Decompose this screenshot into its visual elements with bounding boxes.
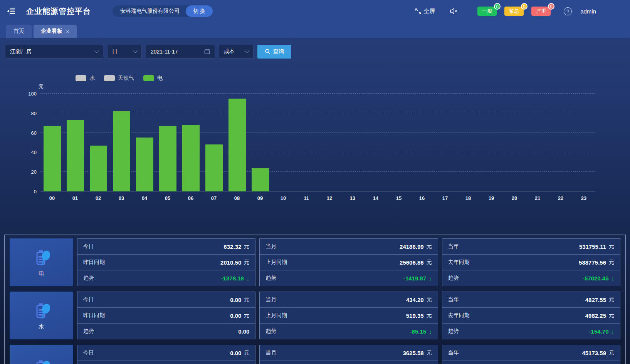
hour-slot-10: 10: [272, 94, 295, 191]
x-axis-label: 02: [87, 195, 110, 201]
hour-slot-08: 08: [225, 94, 249, 191]
bar-07: [205, 144, 223, 191]
cell-label: 当年: [448, 243, 459, 250]
hour-slot-22: 22: [549, 94, 572, 191]
bar-09: [252, 168, 269, 191]
collapse-menu-icon[interactable]: [5, 5, 17, 17]
x-axis-label: 13: [341, 195, 364, 201]
legend-item-电[interactable]: 电: [143, 75, 163, 82]
x-axis-label: 21: [526, 195, 549, 201]
tab-label: 企业看板: [41, 28, 62, 35]
alarm-badge-紧急[interactable]: 紧急0: [504, 7, 524, 16]
stat-cell: 趋势-154.70↓: [442, 324, 620, 339]
fullscreen-button[interactable]: 全屏: [415, 8, 435, 15]
cell-value: 531755.11: [579, 243, 606, 250]
y-axis-unit-label: 元: [39, 83, 44, 90]
query-button[interactable]: 查询: [257, 45, 291, 59]
mute-button[interactable]: [450, 8, 457, 15]
energy-platform-app: 企业能源管控平台 安科瑞电气股份有限公司 切 换 全屏: [0, 0, 630, 364]
stat-cell: 今日632.32元: [77, 239, 255, 255]
stat-cell: 趋势0.00: [77, 324, 255, 339]
trend-down-arrow-icon: ↓: [429, 328, 432, 335]
bar-08: [228, 99, 246, 191]
energy-type-card: [10, 345, 73, 364]
tab-close-icon[interactable]: ×: [66, 28, 69, 35]
query-button-label: 查询: [273, 48, 284, 55]
chevron-down-icon: [245, 49, 249, 53]
legend-swatch: [104, 75, 115, 81]
alarm-count-badge: 0: [494, 3, 501, 10]
cell-unit: 元: [244, 296, 249, 303]
metric-select-value: 成本: [224, 48, 235, 55]
cell-label: 去年同期: [448, 259, 470, 266]
period-select[interactable]: 日: [107, 45, 142, 59]
metric-select[interactable]: 成本: [219, 45, 254, 59]
cell-unit: 元: [609, 259, 614, 266]
app-header: 企业能源管控平台 安科瑞电气股份有限公司 切 换 全屏: [0, 0, 630, 22]
company-name: 安科瑞电气股份有限公司: [120, 8, 180, 15]
site-select[interactable]: 江阴厂房: [5, 45, 103, 59]
date-picker-value: 2021-11-17: [151, 49, 178, 55]
stat-cell: 上月同期519.35元: [260, 308, 437, 324]
help-icon[interactable]: ?: [564, 7, 572, 15]
stat-cell: 昨日同期0.00元: [77, 308, 255, 324]
bar-04: [136, 138, 153, 191]
alarm-badge-一般[interactable]: 一般0: [477, 7, 497, 16]
cell-unit: 元: [427, 296, 432, 303]
alarm-badge-严重[interactable]: 严重0: [531, 7, 551, 16]
x-axis-label: 22: [549, 195, 572, 201]
switch-company-button[interactable]: 切 换: [186, 5, 213, 17]
legend-label: 天然气: [118, 75, 134, 82]
alarm-count-badge: 0: [548, 3, 554, 10]
alarm-badge-label: 一般: [482, 8, 492, 15]
cell-value: 0.00: [238, 328, 249, 335]
tab-首页[interactable]: 首页: [6, 25, 32, 38]
x-axis-label: 16: [410, 195, 433, 201]
tab-label: 首页: [13, 28, 24, 35]
cell-value: 4827.55: [585, 297, 606, 303]
x-axis-label: 19: [480, 195, 503, 201]
cell-unit: 元: [609, 349, 614, 356]
stat-cell: 当月24186.99元: [260, 239, 437, 255]
hour-slot-03: 03: [110, 94, 133, 191]
cell-label: 昨日同期: [83, 312, 105, 319]
cell-label: 趋势: [448, 328, 459, 335]
cell-value: 2010.50: [220, 259, 241, 266]
hour-slot-17: 17: [433, 94, 457, 191]
x-axis-label: 06: [179, 195, 202, 201]
legend-swatch: [143, 75, 154, 81]
hour-slot-04: 04: [133, 94, 156, 191]
cell-unit: 元: [609, 296, 614, 303]
site-select-value: 江阴厂房: [10, 48, 32, 55]
hour-slot-05: 05: [156, 94, 179, 191]
x-axis-label: 09: [249, 195, 272, 201]
speaker-muted-icon: [450, 8, 457, 15]
energy-row-水: 水今日0.00元昨日同期0.00元趋势0.00当月434.20元上月同期519.…: [10, 292, 620, 339]
stat-cell: 趋势-1378.18↓: [77, 270, 255, 286]
hour-slot-01: 01: [64, 94, 87, 191]
cell-label: 去年同期: [448, 312, 470, 319]
tab-bar: 首页企业看板×: [0, 22, 630, 38]
hour-slot-14: 14: [364, 94, 387, 191]
x-axis-label: 05: [156, 195, 179, 201]
hour-slot-09: 09: [249, 94, 272, 191]
cell-value: 3625.58: [403, 350, 423, 356]
legend-item-天然气[interactable]: 天然气: [104, 75, 134, 82]
date-picker[interactable]: 2021-11-17: [146, 45, 215, 59]
energy-type-card: 电: [10, 238, 73, 286]
x-axis-label: 17: [433, 195, 457, 201]
x-axis-label: 01: [64, 195, 87, 201]
stat-cell: 当年4827.55元: [442, 292, 620, 308]
tab-企业看板[interactable]: 企业看板×: [34, 25, 77, 38]
cell-label: 趋势: [83, 275, 94, 282]
filter-toolbar: 江阴厂房 日 2021-11-17 成本 查询: [0, 38, 630, 65]
legend-item-水[interactable]: 水: [76, 75, 95, 82]
cell-unit: 元: [427, 243, 432, 250]
cell-label: 当月: [265, 296, 276, 303]
page-title: 企业能源管控平台: [26, 6, 91, 17]
battery-leaf-icon: [32, 357, 52, 364]
hour-slot-21: 21: [526, 94, 549, 191]
cell-value: 24186.99: [400, 243, 424, 250]
bar-03: [113, 111, 130, 191]
stat-group: 当年45173.59元: [442, 345, 620, 364]
